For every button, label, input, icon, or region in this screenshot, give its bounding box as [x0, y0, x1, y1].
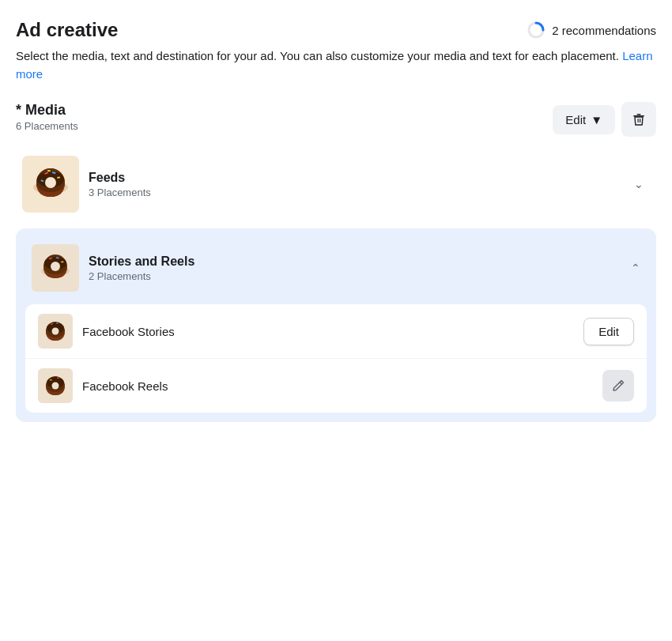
delete-media-button[interactable]	[621, 102, 656, 137]
stories-reels-group-header[interactable]: Stories and Reels 2 Placements ⌃	[25, 238, 647, 298]
facebook-reels-thumbnail	[38, 368, 73, 403]
spinner-icon	[527, 21, 546, 40]
facebook-stories-thumbnail	[38, 314, 73, 349]
stories-reels-group-name: Stories and Reels	[89, 255, 194, 269]
stories-reels-chevron-icon: ⌃	[631, 262, 640, 274]
stories-reels-placements-count: 2 Placements	[89, 270, 194, 282]
facebook-reels-item: Facebook Reels	[25, 359, 647, 413]
svg-point-10	[45, 177, 56, 188]
chevron-down-icon: ▼	[591, 113, 602, 126]
svg-rect-1	[633, 115, 644, 117]
stories-reels-group: Stories and Reels 2 Placements ⌃	[16, 228, 656, 422]
facebook-stories-name: Facebook Stories	[82, 325, 175, 338]
facebook-reels-name: Facebook Reels	[82, 379, 168, 393]
stories-reels-donut-image	[32, 244, 79, 292]
facebook-stories-edit-button[interactable]: Edit	[583, 318, 634, 345]
feeds-group-name: Feeds	[89, 171, 151, 185]
svg-rect-2	[637, 114, 641, 115]
trash-icon	[631, 111, 647, 127]
svg-rect-4	[640, 119, 640, 123]
header-section: Ad creative 2 recommendations Select the…	[16, 19, 656, 83]
recommendations-badge: 2 recommendations	[527, 21, 656, 40]
feeds-group-header[interactable]: Feeds 3 Placements ⌄	[16, 146, 656, 222]
svg-point-27	[52, 328, 59, 335]
feeds-placements-count: 3 Placements	[89, 187, 151, 198]
facebook-stories-item: Facebook Stories Edit	[25, 304, 647, 359]
title-row: Ad creative 2 recommendations	[16, 19, 656, 41]
facebook-reels-donut	[38, 368, 73, 403]
media-section: * Media 6 Placements Edit ▼	[16, 102, 656, 422]
media-title: * Media	[16, 102, 78, 119]
facebook-reels-edit-button[interactable]	[602, 370, 634, 402]
facebook-stories-donut	[38, 314, 73, 349]
description-text: Select the media, text and destination f…	[16, 47, 656, 83]
feeds-thumbnail	[22, 156, 79, 213]
svg-rect-3	[638, 119, 639, 123]
stories-reels-thumbnail	[32, 244, 79, 292]
recommendations-text: 2 recommendations	[552, 24, 656, 37]
feeds-chevron-icon: ⌄	[634, 178, 644, 190]
svg-point-33	[52, 383, 59, 390]
pencil-icon	[611, 379, 625, 393]
feeds-group: Feeds 3 Placements ⌄	[16, 146, 656, 222]
placement-groups: Feeds 3 Placements ⌄	[16, 146, 656, 422]
media-title-group: * Media 6 Placements	[16, 102, 78, 132]
total-placements-count: 6 Placements	[16, 120, 78, 132]
svg-point-20	[51, 262, 60, 271]
placement-items-container: Facebook Stories Edit	[25, 304, 647, 413]
edit-dropdown-button[interactable]: Edit ▼	[553, 105, 615, 134]
page-title: Ad creative	[16, 19, 118, 41]
feeds-donut-image	[22, 156, 79, 213]
media-actions: Edit ▼	[553, 102, 656, 137]
media-header: * Media 6 Placements Edit ▼	[16, 102, 656, 137]
